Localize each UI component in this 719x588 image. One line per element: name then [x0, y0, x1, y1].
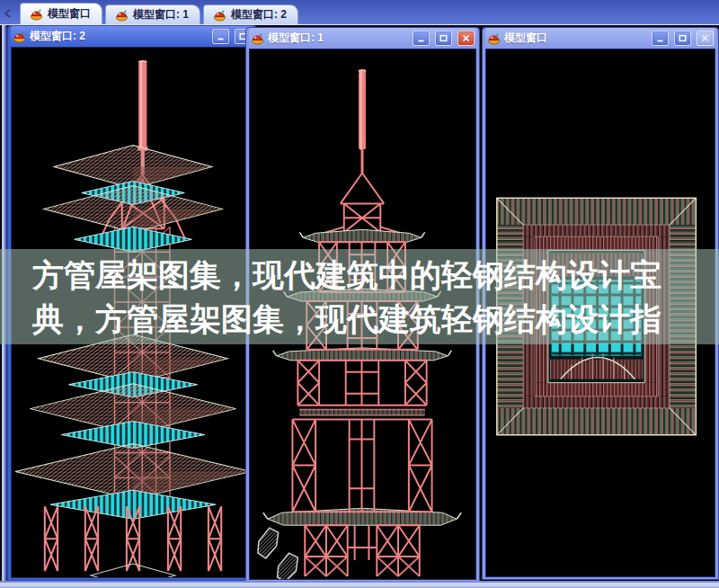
tab-label: 模型窗口: 1	[133, 7, 189, 22]
tab-strip: 模型窗口 模型窗口: 1 模型窗口: 2	[20, 3, 298, 24]
tab-model-window[interactable]: 模型窗口	[20, 3, 102, 24]
arrow-left-icon	[4, 9, 11, 18]
banner-line-2: 典，方管屋架图集，现代建筑轻钢结构设计指	[32, 297, 719, 341]
model-window-tab-bar: 模型窗口 模型窗口: 1 模型窗口: 2	[0, 0, 719, 25]
close-button[interactable]	[697, 31, 714, 46]
minimize-icon	[217, 32, 225, 40]
maximize-icon	[679, 34, 687, 42]
footprints-ucs-icon	[258, 528, 297, 579]
pagoda-app-icon	[213, 8, 226, 22]
model-window-2-titlebar[interactable]: 模型窗口: 2	[11, 26, 253, 47]
close-icon	[462, 34, 470, 42]
close-icon	[701, 34, 709, 42]
minimize-button[interactable]	[413, 31, 430, 46]
model-window-1-titlebar[interactable]: 模型窗口: 1	[249, 28, 476, 49]
watermark-text-banner: 方管屋架图集，现代建筑中的轻钢结构设计宝 典，方管屋架图集，现代建筑轻钢结构设计…	[0, 249, 719, 344]
maximize-button[interactable]	[435, 31, 452, 46]
banner-line-1: 方管屋架图集，现代建筑中的轻钢结构设计宝	[32, 253, 719, 297]
pagoda-app-icon	[13, 30, 26, 43]
window-title: 模型窗口: 2	[30, 29, 207, 44]
minimize-button[interactable]	[652, 31, 669, 46]
pagoda-app-icon	[487, 31, 501, 45]
model-window-titlebar[interactable]: 模型窗口	[485, 28, 715, 49]
application-frame: 模型窗口 模型窗口: 1 模型窗口: 2 模型窗口: 2	[0, 0, 719, 588]
maximize-icon	[439, 34, 448, 42]
window-title: 模型窗口: 1	[268, 31, 407, 46]
minimize-icon	[417, 34, 425, 42]
close-button[interactable]	[457, 31, 475, 46]
tab-model-window-2[interactable]: 模型窗口: 2	[203, 4, 298, 24]
pagoda-app-icon	[115, 8, 129, 22]
minimize-icon	[656, 34, 664, 42]
minimize-button[interactable]	[212, 29, 229, 44]
pagoda-app-icon	[251, 31, 264, 45]
window-frame-bottom-edge	[0, 581, 719, 588]
tab-label: 模型窗口: 2	[231, 7, 287, 22]
window-title: 模型窗口	[504, 31, 646, 46]
maximize-button[interactable]	[674, 31, 691, 46]
tab-scroll-left-button[interactable]	[2, 7, 13, 20]
tab-label: 模型窗口	[48, 6, 91, 22]
pagoda-app-icon	[30, 7, 43, 21]
tab-model-window-1[interactable]: 模型窗口: 1	[105, 4, 200, 24]
